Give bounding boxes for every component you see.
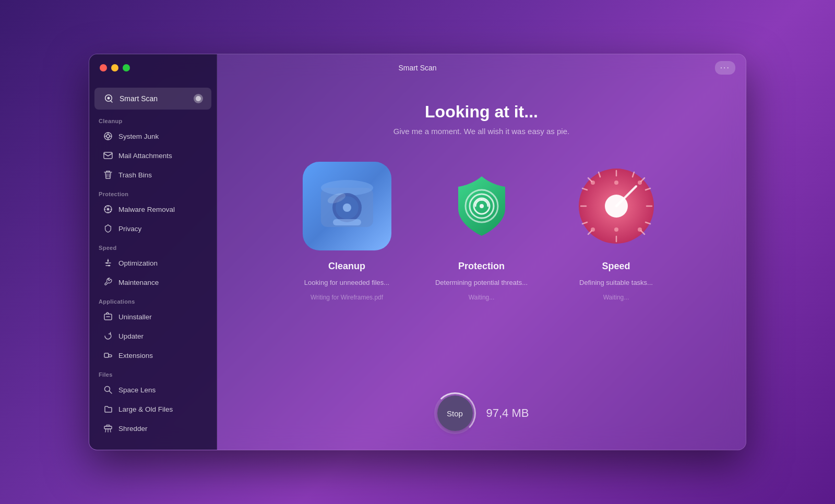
files-section-label: Files [89, 365, 217, 380]
sidebar-item-optimization[interactable]: Optimization [93, 254, 212, 272]
cleanup-section-label: Cleanup [89, 112, 217, 126]
svg-point-42 [343, 203, 351, 212]
main-subtitle: Give me a moment. We all wish it was eas… [393, 127, 569, 136]
cleanup-card-title: Cleanup [328, 261, 365, 272]
updater-icon [103, 331, 113, 341]
svg-line-34 [110, 429, 111, 432]
sidebar-item-trash-bins[interactable]: Trash Bins [93, 165, 212, 184]
svg-point-13 [107, 208, 110, 211]
uninstaller-label: Uninstaller [118, 313, 152, 321]
cleanup-card-status2: Writing for Wireframes.pdf [311, 294, 383, 301]
svg-point-24 [106, 262, 108, 264]
svg-line-18 [105, 207, 106, 208]
extensions-icon [103, 350, 113, 361]
minimize-button[interactable] [111, 64, 118, 71]
stop-button-wrap: Stop [434, 392, 476, 434]
sidebar-item-updater[interactable]: Updater [93, 327, 212, 345]
traffic-lights [100, 64, 130, 71]
protection-card-title: Protection [458, 261, 505, 272]
main-title: Looking at it... [425, 102, 538, 122]
stop-button-ring [434, 392, 476, 434]
svg-point-63 [591, 181, 595, 185]
maintenance-label: Maintenance [118, 279, 159, 286]
speed-section-label: Speed [89, 238, 217, 253]
app-window: Smart Scan ··· Smart Scan [89, 54, 746, 450]
updater-label: Updater [118, 332, 144, 340]
sidebar-item-extensions[interactable]: Extensions [93, 346, 212, 365]
more-options-button[interactable]: ··· [715, 61, 735, 75]
svg-point-62 [638, 181, 642, 185]
trash-bins-icon [103, 170, 113, 180]
svg-rect-28 [104, 353, 109, 357]
close-button[interactable] [100, 64, 107, 71]
protection-card-status2: Waiting... [469, 294, 495, 301]
svg-line-30 [110, 391, 112, 394]
svg-line-19 [110, 211, 111, 212]
system-junk-label: System Junk [118, 133, 159, 140]
speed-card: Speed Defining suitable tasks... Waiting… [556, 162, 676, 301]
cleanup-card: Cleanup Looking for unneeded files... Wr… [287, 162, 407, 301]
privacy-icon [103, 223, 113, 234]
speed-card-title: Speed [602, 261, 630, 272]
sidebar-item-uninstaller[interactable]: Uninstaller [93, 307, 212, 326]
svg-point-61 [614, 181, 618, 185]
sidebar-item-shredder[interactable]: Shredder [93, 419, 212, 438]
sidebar-item-smart-scan[interactable]: Smart Scan [94, 88, 211, 110]
smart-scan-badge [194, 94, 203, 103]
shredder-label: Shredder [118, 425, 148, 433]
svg-rect-8 [104, 152, 112, 159]
window-title: Smart Scan [398, 64, 436, 72]
sidebar-item-large-old-files[interactable]: Large & Old Files [93, 400, 212, 418]
window-controls-right: ··· [715, 61, 735, 75]
svg-point-65 [591, 227, 595, 232]
applications-section-label: Applications [89, 292, 217, 307]
optimization-icon [103, 258, 113, 268]
protection-card-status1: Determining potential threats... [435, 278, 528, 287]
main-content: Looking at it... Give me a moment. We al… [217, 54, 746, 450]
svg-point-66 [638, 227, 642, 232]
speed-card-icon [572, 162, 661, 250]
protection-card: Protection Determining potential threats… [422, 162, 542, 301]
cleanup-card-status1: Looking for unneeded files... [304, 278, 389, 287]
cleanup-card-icon [303, 162, 391, 250]
large-old-files-icon [103, 404, 113, 414]
sidebar-nav: Smart Scan Cleanup [89, 81, 217, 450]
sidebar-item-privacy[interactable]: Privacy [93, 219, 212, 238]
svg-point-45 [480, 204, 484, 208]
smart-scan-label: Smart Scan [120, 94, 188, 103]
svg-point-64 [614, 227, 618, 232]
svg-line-32 [105, 429, 106, 432]
svg-point-25 [109, 265, 110, 267]
bottom-bar: Stop 97,4 MB [434, 392, 529, 434]
speed-card-status1: Defining suitable tasks... [579, 278, 653, 287]
privacy-label: Privacy [118, 225, 141, 233]
space-lens-label: Space Lens [118, 386, 156, 394]
sidebar-item-malware-removal[interactable]: Malware Removal [93, 200, 212, 219]
svg-point-23 [108, 260, 109, 262]
sidebar-item-system-junk[interactable]: System Junk [93, 127, 212, 146]
svg-point-0 [108, 97, 110, 100]
sidebar-item-maintenance[interactable]: Maintenance [93, 273, 212, 292]
svg-rect-43 [333, 219, 361, 225]
sidebar-item-space-lens[interactable]: Space Lens [93, 380, 212, 399]
space-lens-icon [103, 385, 113, 395]
svg-rect-31 [104, 426, 112, 429]
svg-point-3 [106, 135, 110, 138]
maximize-button[interactable] [123, 64, 130, 71]
malware-removal-label: Malware Removal [118, 206, 175, 213]
optimization-label: Optimization [118, 259, 158, 267]
speed-card-status2: Waiting... [603, 294, 629, 301]
protection-section-label: Protection [89, 185, 217, 199]
sidebar-item-mail-attachments[interactable]: Mail Attachments [93, 146, 212, 165]
system-junk-icon [103, 131, 113, 141]
main-inner: Looking at it... Give me a moment. We al… [217, 81, 746, 338]
smart-scan-icon [103, 93, 114, 104]
scan-size: 97,4 MB [486, 406, 529, 420]
malware-removal-icon [103, 204, 113, 214]
svg-point-1 [196, 96, 201, 101]
uninstaller-icon [103, 311, 113, 322]
large-old-files-label: Large & Old Files [118, 405, 173, 413]
maintenance-icon [103, 277, 113, 287]
mail-attachments-label: Mail Attachments [118, 152, 172, 160]
mail-attachments-icon [103, 150, 113, 161]
